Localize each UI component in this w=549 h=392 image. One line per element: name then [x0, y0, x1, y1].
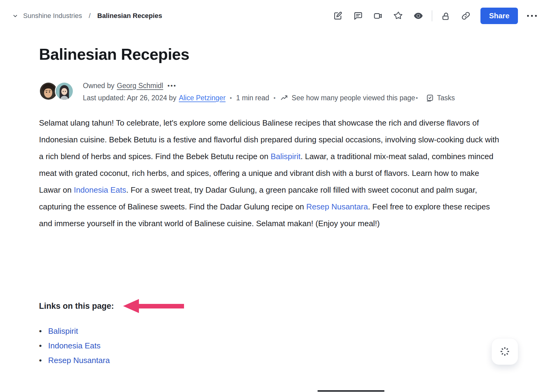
- byline-meta-row: Last updated: Apr 26, 2024 by Alice Petz…: [83, 94, 455, 102]
- top-bar: Sunshine Industries / Balinesian Recepie…: [12, 0, 538, 32]
- more-menu-icon[interactable]: [526, 12, 538, 20]
- byline-text: Owned by Georg Schmidl ••• Last updated:…: [83, 81, 455, 102]
- views-label: See how many people viewed this page: [292, 94, 415, 102]
- list-item: •Resep Nusantara: [39, 353, 184, 368]
- list-item: •Balispirit: [39, 324, 184, 338]
- toolbar-divider: [432, 10, 432, 21]
- bullet-dot: •: [39, 341, 48, 351]
- body-paragraph: Selamat ulang tahun! To celebrate, let's…: [39, 115, 500, 232]
- inline-link[interactable]: Indonesia Eats: [74, 185, 126, 194]
- byline: Owned by Georg Schmidl ••• Last updated:…: [39, 81, 455, 102]
- links-list: •Balispirit•Indonesia Eats•Resep Nusanta…: [39, 324, 184, 368]
- owner-link[interactable]: Georg Schmidl: [117, 82, 163, 90]
- page-title: Balinesian Recepies: [39, 45, 189, 63]
- page-link[interactable]: Indonesia Eats: [48, 341, 101, 351]
- edit-icon[interactable]: [331, 9, 345, 23]
- toolbar: Share: [324, 8, 538, 24]
- comment-icon[interactable]: [351, 9, 365, 23]
- share-button[interactable]: Share: [480, 8, 518, 24]
- editor-link[interactable]: Alice Petzinger: [179, 94, 225, 102]
- tasks-icon: [426, 94, 434, 102]
- separator-dot: •: [230, 95, 232, 102]
- breadcrumb: Sunshine Industries / Balinesian Recepie…: [12, 12, 162, 20]
- inline-link[interactable]: Balispirit: [271, 152, 300, 161]
- tasks-label: Tasks: [437, 94, 455, 102]
- floating-action-button[interactable]: [492, 338, 518, 365]
- avatar-group: [39, 81, 75, 101]
- separator-dot: •: [274, 95, 276, 102]
- list-item: •Indonesia Eats: [39, 338, 184, 353]
- trend-chart-icon: [280, 94, 289, 102]
- star-icon[interactable]: [391, 9, 405, 23]
- tasks-link[interactable]: Tasks: [426, 94, 455, 102]
- breadcrumb-page[interactable]: Balinesian Recepies: [97, 12, 162, 20]
- confluence-page: Sunshine Industries / Balinesian Recepie…: [0, 0, 549, 392]
- links-section: Links on this page: •Balispirit•Indonesi…: [39, 299, 184, 368]
- bullet-dot: •: [39, 326, 48, 336]
- avatar-alice[interactable]: [55, 82, 74, 101]
- annotation-arrow: [123, 299, 184, 313]
- views-link[interactable]: See how many people viewed this page •: [280, 94, 418, 102]
- video-icon[interactable]: [371, 9, 385, 23]
- unlock-icon[interactable]: [439, 9, 452, 23]
- breadcrumb-separator: /: [89, 12, 90, 20]
- watch-icon[interactable]: [412, 9, 425, 23]
- read-time: 1 min read: [236, 94, 269, 102]
- inline-link[interactable]: Resep Nusantara: [306, 202, 368, 211]
- bottom-scroll-indicator[interactable]: [317, 390, 384, 392]
- breadcrumb-space[interactable]: Sunshine Industries: [23, 12, 82, 20]
- links-heading: Links on this page:: [39, 301, 114, 311]
- byline-owner-row: Owned by Georg Schmidl •••: [83, 82, 455, 90]
- views-suffix-dot: •: [416, 95, 418, 102]
- link-icon[interactable]: [459, 9, 473, 23]
- bullet-dot: •: [39, 356, 48, 365]
- last-updated-label: Last updated: Apr 26, 2024 by: [83, 94, 176, 102]
- owner-more-icon[interactable]: •••: [168, 82, 177, 89]
- chevron-down-icon[interactable]: [12, 12, 19, 20]
- page-link[interactable]: Resep Nusantara: [48, 356, 110, 365]
- page-link[interactable]: Balispirit: [48, 326, 78, 336]
- owned-by-label: Owned by: [83, 82, 115, 90]
- loading-spinner-icon: [499, 346, 511, 357]
